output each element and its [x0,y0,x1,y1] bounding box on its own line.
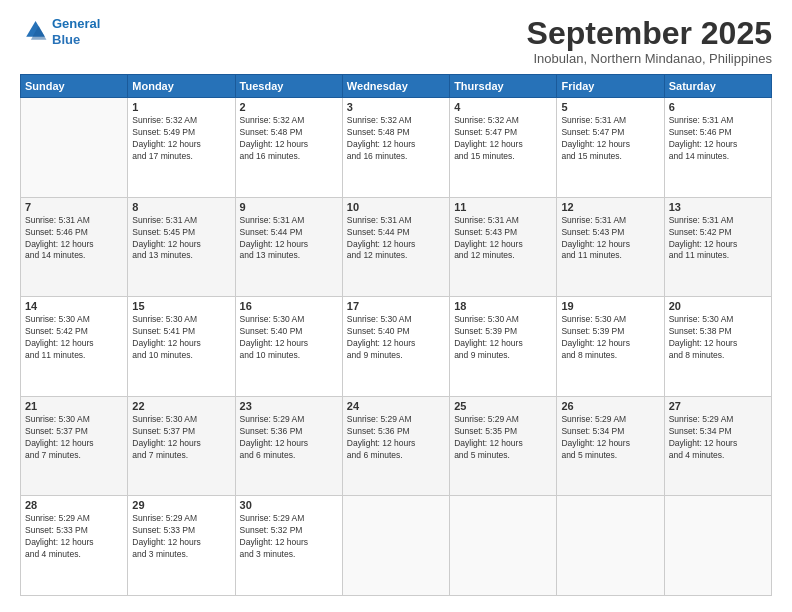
table-cell: 30Sunrise: 5:29 AM Sunset: 5:32 PM Dayli… [235,496,342,596]
calendar-row: 14Sunrise: 5:30 AM Sunset: 5:42 PM Dayli… [21,297,772,397]
day-info: Sunrise: 5:31 AM Sunset: 5:46 PM Dayligh… [25,215,123,263]
day-number: 21 [25,400,123,412]
table-cell: 5Sunrise: 5:31 AM Sunset: 5:47 PM Daylig… [557,98,664,198]
day-number: 10 [347,201,445,213]
table-cell: 10Sunrise: 5:31 AM Sunset: 5:44 PM Dayli… [342,197,449,297]
table-cell: 27Sunrise: 5:29 AM Sunset: 5:34 PM Dayli… [664,396,771,496]
day-info: Sunrise: 5:30 AM Sunset: 5:37 PM Dayligh… [25,414,123,462]
day-info: Sunrise: 5:31 AM Sunset: 5:42 PM Dayligh… [669,215,767,263]
calendar-table: Sunday Monday Tuesday Wednesday Thursday… [20,74,772,596]
day-number: 16 [240,300,338,312]
logo: General Blue [20,16,100,47]
day-info: Sunrise: 5:29 AM Sunset: 5:36 PM Dayligh… [347,414,445,462]
calendar-row: 21Sunrise: 5:30 AM Sunset: 5:37 PM Dayli… [21,396,772,496]
table-cell: 19Sunrise: 5:30 AM Sunset: 5:39 PM Dayli… [557,297,664,397]
table-cell: 12Sunrise: 5:31 AM Sunset: 5:43 PM Dayli… [557,197,664,297]
day-info: Sunrise: 5:32 AM Sunset: 5:48 PM Dayligh… [347,115,445,163]
table-cell [21,98,128,198]
day-number: 27 [669,400,767,412]
day-number: 19 [561,300,659,312]
day-info: Sunrise: 5:30 AM Sunset: 5:42 PM Dayligh… [25,314,123,362]
day-number: 3 [347,101,445,113]
table-cell: 15Sunrise: 5:30 AM Sunset: 5:41 PM Dayli… [128,297,235,397]
table-cell: 23Sunrise: 5:29 AM Sunset: 5:36 PM Dayli… [235,396,342,496]
day-info: Sunrise: 5:32 AM Sunset: 5:48 PM Dayligh… [240,115,338,163]
day-info: Sunrise: 5:30 AM Sunset: 5:41 PM Dayligh… [132,314,230,362]
day-info: Sunrise: 5:31 AM Sunset: 5:43 PM Dayligh… [454,215,552,263]
day-number: 7 [25,201,123,213]
day-info: Sunrise: 5:29 AM Sunset: 5:33 PM Dayligh… [25,513,123,561]
day-info: Sunrise: 5:32 AM Sunset: 5:47 PM Dayligh… [454,115,552,163]
day-number: 2 [240,101,338,113]
col-monday: Monday [128,75,235,98]
day-number: 28 [25,499,123,511]
calendar-row: 7Sunrise: 5:31 AM Sunset: 5:46 PM Daylig… [21,197,772,297]
table-cell: 29Sunrise: 5:29 AM Sunset: 5:33 PM Dayli… [128,496,235,596]
table-cell: 13Sunrise: 5:31 AM Sunset: 5:42 PM Dayli… [664,197,771,297]
table-cell: 25Sunrise: 5:29 AM Sunset: 5:35 PM Dayli… [450,396,557,496]
location: Inobulan, Northern Mindanao, Philippines [527,51,772,66]
table-cell: 14Sunrise: 5:30 AM Sunset: 5:42 PM Dayli… [21,297,128,397]
day-info: Sunrise: 5:31 AM Sunset: 5:44 PM Dayligh… [240,215,338,263]
day-number: 13 [669,201,767,213]
day-number: 9 [240,201,338,213]
day-number: 5 [561,101,659,113]
calendar-row: 1Sunrise: 5:32 AM Sunset: 5:49 PM Daylig… [21,98,772,198]
table-cell: 28Sunrise: 5:29 AM Sunset: 5:33 PM Dayli… [21,496,128,596]
col-wednesday: Wednesday [342,75,449,98]
month-title: September 2025 [527,16,772,51]
day-info: Sunrise: 5:29 AM Sunset: 5:33 PM Dayligh… [132,513,230,561]
day-info: Sunrise: 5:29 AM Sunset: 5:35 PM Dayligh… [454,414,552,462]
day-number: 15 [132,300,230,312]
logo-text: General Blue [52,16,100,47]
col-thursday: Thursday [450,75,557,98]
table-cell: 4Sunrise: 5:32 AM Sunset: 5:47 PM Daylig… [450,98,557,198]
table-cell: 18Sunrise: 5:30 AM Sunset: 5:39 PM Dayli… [450,297,557,397]
day-number: 20 [669,300,767,312]
logo-icon [20,18,48,46]
calendar-header-row: Sunday Monday Tuesday Wednesday Thursday… [21,75,772,98]
title-block: September 2025 Inobulan, Northern Mindan… [527,16,772,66]
day-info: Sunrise: 5:31 AM Sunset: 5:46 PM Dayligh… [669,115,767,163]
day-number: 14 [25,300,123,312]
col-saturday: Saturday [664,75,771,98]
day-number: 26 [561,400,659,412]
day-info: Sunrise: 5:31 AM Sunset: 5:47 PM Dayligh… [561,115,659,163]
day-info: Sunrise: 5:30 AM Sunset: 5:38 PM Dayligh… [669,314,767,362]
table-cell: 17Sunrise: 5:30 AM Sunset: 5:40 PM Dayli… [342,297,449,397]
table-cell [557,496,664,596]
table-cell: 21Sunrise: 5:30 AM Sunset: 5:37 PM Dayli… [21,396,128,496]
day-info: Sunrise: 5:31 AM Sunset: 5:43 PM Dayligh… [561,215,659,263]
day-number: 25 [454,400,552,412]
day-number: 4 [454,101,552,113]
day-number: 1 [132,101,230,113]
day-number: 18 [454,300,552,312]
col-friday: Friday [557,75,664,98]
day-info: Sunrise: 5:31 AM Sunset: 5:44 PM Dayligh… [347,215,445,263]
day-number: 24 [347,400,445,412]
day-info: Sunrise: 5:29 AM Sunset: 5:34 PM Dayligh… [561,414,659,462]
day-info: Sunrise: 5:30 AM Sunset: 5:40 PM Dayligh… [347,314,445,362]
table-cell: 26Sunrise: 5:29 AM Sunset: 5:34 PM Dayli… [557,396,664,496]
day-info: Sunrise: 5:30 AM Sunset: 5:40 PM Dayligh… [240,314,338,362]
table-cell: 22Sunrise: 5:30 AM Sunset: 5:37 PM Dayli… [128,396,235,496]
day-info: Sunrise: 5:31 AM Sunset: 5:45 PM Dayligh… [132,215,230,263]
table-cell [450,496,557,596]
page: General Blue September 2025 Inobulan, No… [0,0,792,612]
table-cell: 11Sunrise: 5:31 AM Sunset: 5:43 PM Dayli… [450,197,557,297]
table-cell [342,496,449,596]
header: General Blue September 2025 Inobulan, No… [20,16,772,66]
day-info: Sunrise: 5:30 AM Sunset: 5:39 PM Dayligh… [454,314,552,362]
calendar-row: 28Sunrise: 5:29 AM Sunset: 5:33 PM Dayli… [21,496,772,596]
logo-blue: Blue [52,32,80,47]
table-cell: 9Sunrise: 5:31 AM Sunset: 5:44 PM Daylig… [235,197,342,297]
day-info: Sunrise: 5:29 AM Sunset: 5:36 PM Dayligh… [240,414,338,462]
table-cell: 20Sunrise: 5:30 AM Sunset: 5:38 PM Dayli… [664,297,771,397]
day-number: 6 [669,101,767,113]
logo-general: General [52,16,100,31]
day-number: 29 [132,499,230,511]
day-number: 22 [132,400,230,412]
day-number: 23 [240,400,338,412]
day-info: Sunrise: 5:32 AM Sunset: 5:49 PM Dayligh… [132,115,230,163]
day-number: 12 [561,201,659,213]
